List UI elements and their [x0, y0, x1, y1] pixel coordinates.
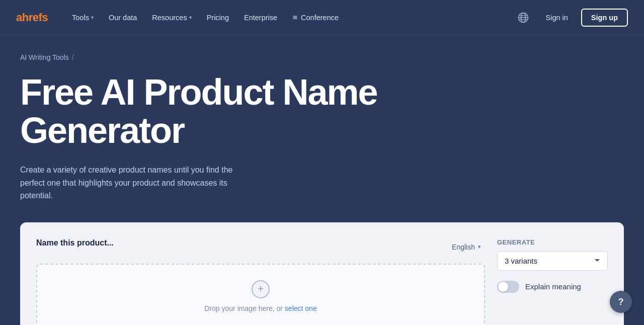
- image-drop-area[interactable]: + Drop your image here, or select one: [36, 264, 485, 325]
- tool-input-section: Name this product... English ▾ + Drop yo…: [36, 238, 485, 325]
- breadcrumb: AI Writing Tools /: [20, 53, 624, 61]
- input-header: Name this product... English ▾: [36, 238, 485, 256]
- chevron-down-icon: ▾: [478, 243, 481, 250]
- language-selector[interactable]: English ▾: [448, 241, 485, 253]
- nav-item-enterprise[interactable]: Enterprise: [238, 10, 283, 26]
- nav-item-pricing[interactable]: Pricing: [201, 10, 235, 26]
- explain-meaning-row: Explain meaning: [497, 281, 608, 293]
- tool-input-label: Name this product...: [36, 238, 114, 248]
- tool-card: Name this product... English ▾ + Drop yo…: [20, 222, 624, 325]
- explain-meaning-label: Explain meaning: [525, 282, 581, 291]
- navbar: ahrefs Tools ▾ Our data Resources ▾ Pric…: [0, 0, 644, 35]
- chevron-down-icon: ▾: [91, 15, 94, 20]
- signin-button[interactable]: Sign in: [538, 10, 575, 26]
- nav-item-conference[interactable]: ≋ Conference: [286, 10, 345, 26]
- logo-accent: a: [16, 11, 22, 24]
- nav-links: Tools ▾ Our data Resources ▾ Pricing Ent…: [66, 10, 514, 26]
- conference-icon: ≋: [292, 14, 298, 21]
- breadcrumb-separator: /: [72, 53, 74, 61]
- drop-instructions: Drop your image here, or select one: [204, 304, 316, 312]
- page-description: Create a variety of creative product nam…: [20, 164, 257, 202]
- language-globe-button[interactable]: [514, 9, 532, 27]
- nav-item-resources[interactable]: Resources ▾: [146, 10, 197, 26]
- select-file-link[interactable]: select one: [285, 304, 317, 312]
- help-button[interactable]: ?: [610, 291, 632, 313]
- language-label: English: [452, 243, 475, 251]
- signup-button[interactable]: Sign up: [581, 9, 628, 27]
- nav-item-our-data[interactable]: Our data: [103, 10, 143, 26]
- breadcrumb-parent[interactable]: AI Writing Tools: [20, 53, 69, 61]
- add-image-icon: +: [252, 280, 270, 298]
- nav-item-tools[interactable]: Tools ▾: [66, 10, 100, 26]
- page-title: Free AI Product Name Generator: [20, 73, 503, 149]
- nav-auth: Sign in Sign up: [514, 9, 628, 27]
- logo-text: hrefs: [22, 11, 48, 24]
- settings-label: Generate: [497, 238, 608, 246]
- explain-meaning-toggle[interactable]: [497, 281, 519, 293]
- logo[interactable]: ahrefs: [16, 11, 48, 24]
- variants-select[interactable]: 3 variants 5 variants 10 variants: [497, 251, 608, 271]
- chevron-down-icon: ▾: [189, 15, 192, 20]
- settings-panel: Generate 3 variants 5 variants 10 varian…: [497, 238, 608, 325]
- main-content: AI Writing Tools / Free AI Product Name …: [0, 35, 644, 325]
